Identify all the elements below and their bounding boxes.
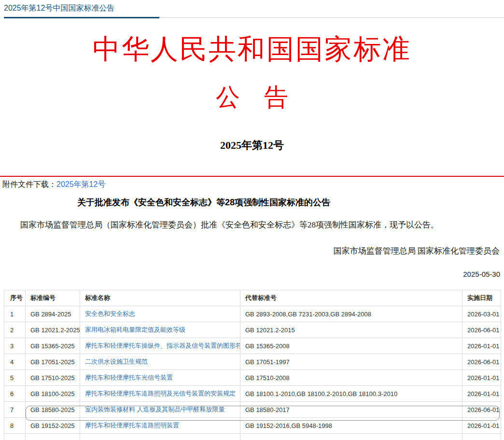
cell-seq: 1	[4, 306, 26, 322]
announcement-body: 国家市场监督管理总局（国家标准化管理委员会）批准《安全色和安全标志》等28项强制…	[0, 220, 504, 230]
cell-replaces: GB 18100.1-2010,GB 18100.2-2010,GB 18100…	[240, 386, 462, 402]
table-header-row: 序号 标准编号 标准名称 代替标准号 实施日期	[4, 290, 501, 306]
cell-name: 摩托车和轻便摩托车道路照明装置	[80, 418, 240, 434]
cell-effective: 2026-06-01	[462, 322, 501, 338]
cell-replaces: GB 12021.2-2015	[240, 322, 462, 338]
cell-effective: 2026-01-01	[462, 338, 501, 354]
attachment-download-link[interactable]: 2025年第12号	[56, 180, 105, 188]
masthead-title: 中华人民共和国国家标准	[0, 32, 504, 67]
standard-link[interactable]: 摩托车和轻便摩托车光信号装置	[85, 374, 173, 381]
announcement-date: 2025-05-30	[0, 270, 504, 279]
standards-table: 序号 标准编号 标准名称 代替标准号 实施日期 1 GB 2894-2025 安…	[4, 290, 501, 440]
column-header-effective: 实施日期	[462, 290, 501, 306]
cell-replaces: GB 17510-2008	[240, 370, 462, 386]
cell-code: GB 2894-2025	[26, 306, 80, 322]
cell-code: GB 17051-2025	[26, 354, 80, 370]
column-header-name: 标准名称	[80, 290, 240, 306]
cell-replaces: GB 17051-1997	[240, 354, 462, 370]
table-row-highlighted: 7 GB 18580-2025 室内装饰装修材料 人造板及其制品中甲醛释放限量 …	[4, 402, 501, 418]
cell-replaces: GB 15365-2008	[240, 338, 462, 354]
announcement-title: 关于批准发布《安全色和安全标志》等28项强制性国家标准的公告	[0, 197, 407, 208]
standard-link[interactable]: 摩托车和轻便摩托车道路照明装置	[85, 422, 179, 429]
issue-number: 2025年第12号	[0, 139, 504, 152]
table-row: 5 GB 17510-2025 摩托车和轻便摩托车光信号装置 GB 17510-…	[4, 370, 501, 386]
standard-link[interactable]: 摩托车和轻便摩托车道路照明及光信号装置的安装规定	[85, 390, 236, 397]
cell-code: GB 15365-2025	[26, 338, 80, 354]
cell-effective: 2026-03-01	[462, 306, 501, 322]
cell-replaces: GB 19152-2016,GB 5948-1998	[240, 418, 462, 434]
cell-code: GB 12021.2-2025	[26, 322, 80, 338]
attachment-row: 附件文件下载：2025年第12号	[0, 177, 504, 190]
cell-seq: 7	[4, 402, 26, 418]
announcement-signature: 国家市场监督管理总局 国家标准化管理委员会	[0, 246, 504, 256]
cell-effective: 2026-06-01	[462, 402, 501, 418]
table-row: 1 GB 2894-2025 安全色和安全标志 GB 2893-2008,GB …	[4, 306, 501, 322]
cell-effective: 2026-01-01	[462, 418, 501, 434]
tab-standards-announcement[interactable]: 2025年第12号中国国家标准公告	[4, 3, 114, 17]
column-header-code: 标准编号	[26, 290, 80, 306]
column-header-seq: 序号	[4, 290, 26, 306]
cell-name: 室内装饰装修材料 人造板及其制品中甲醛释放限量	[80, 402, 240, 418]
standard-link[interactable]: 安全色和安全标志	[85, 310, 135, 317]
cell-code: GB 18100-2025	[26, 386, 80, 402]
cell-name: 摩托车和轻便摩托车操纵件、指示器及信号装置的图形符号	[80, 338, 240, 354]
cell-seq: 4	[4, 354, 26, 370]
standard-link[interactable]: 摩托车和轻便摩托车操纵件、指示器及信号装置的图形符号	[85, 342, 240, 349]
cell-name: 摩托车和轻便摩托车道路照明及光信号装置的安装规定	[80, 386, 240, 402]
standards-table-wrap: 序号 标准编号 标准名称 代替标准号 实施日期 1 GB 2894-2025 安…	[4, 290, 501, 440]
cell-effective: 2026-01-01	[462, 370, 501, 386]
standard-link[interactable]: 家用电冰箱耗电量限定值及能效等级	[85, 326, 185, 333]
tab-active-underline	[4, 17, 159, 18]
cell-seq: 8	[4, 418, 26, 434]
table-row-partial	[4, 434, 501, 440]
table-row: 4 GB 17051-2025 二次供水设施卫生规范 GB 17051-1997…	[4, 354, 501, 370]
masthead-subtitle: 公 告	[0, 83, 504, 111]
cell-name: 二次供水设施卫生规范	[80, 354, 240, 370]
cell-seq: 3	[4, 338, 26, 354]
masthead: 中华人民共和国国家标准 公 告 2025年第12号	[0, 32, 504, 152]
tab-bar: 2025年第12号中国国家标准公告	[0, 0, 504, 18]
cell-name: 安全色和安全标志	[80, 306, 240, 322]
attachment-label: 附件文件下载：	[2, 180, 56, 188]
tab-divider	[4, 17, 504, 18]
cell-seq: 5	[4, 370, 26, 386]
table-row: 3 GB 15365-2025 摩托车和轻便摩托车操纵件、指示器及信号装置的图形…	[4, 338, 501, 354]
cell-effective: 2026-01-01	[462, 386, 501, 402]
cell-code: GB 18580-2025	[26, 402, 80, 418]
cell-name: 摩托车和轻便摩托车光信号装置	[80, 370, 240, 386]
table-row: 6 GB 18100-2025 摩托车和轻便摩托车道路照明及光信号装置的安装规定…	[4, 386, 501, 402]
cell-replaces: GB 2893-2008,GB 7231-2003,GB 2894-2008	[240, 306, 462, 322]
cell-name: 家用电冰箱耗电量限定值及能效等级	[80, 322, 240, 338]
standard-link[interactable]: 二次供水设施卫生规范	[85, 358, 148, 365]
column-header-replaces: 代替标准号	[240, 290, 462, 306]
standard-link[interactable]: 室内装饰装修材料 人造板及其制品中甲醛释放限量	[85, 406, 225, 413]
table-row: 2 GB 12021.2-2025 家用电冰箱耗电量限定值及能效等级 GB 12…	[4, 322, 501, 338]
cell-effective: 2026-06-01	[462, 354, 501, 370]
table-row: 8 GB 19152-2025 摩托车和轻便摩托车道路照明装置 GB 19152…	[4, 418, 501, 434]
cell-code: GB 19152-2025	[26, 418, 80, 434]
cell-seq: 2	[4, 322, 26, 338]
cell-code: GB 17510-2025	[26, 370, 80, 386]
cell-replaces: GB 18580-2017	[240, 402, 462, 418]
cell-seq: 6	[4, 386, 26, 402]
